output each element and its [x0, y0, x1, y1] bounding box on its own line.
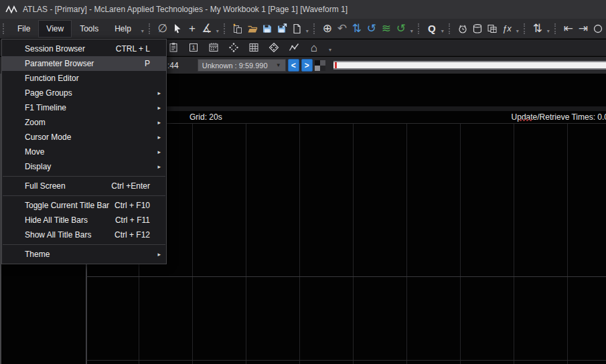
updown-white-icon[interactable]: ⇅ [530, 21, 545, 36]
submenu-arrow-icon: ▸ [157, 163, 161, 170]
revert-green-icon[interactable]: ↺ [394, 21, 408, 36]
menu-item-page-groups[interactable]: Page Groups▸ [2, 86, 166, 100]
cursor-tick-mark [530, 119, 532, 121]
menu-item-label: Cursor Mode [25, 132, 71, 142]
grid-horizontal-line [86, 276, 606, 277]
clipped-circle-icon[interactable] [591, 21, 605, 36]
toolbar-overflow-icon[interactable]: ▾ [139, 23, 146, 34]
menu-item-move[interactable]: Move▸ [2, 145, 166, 159]
menubar-item-file[interactable]: File [9, 20, 38, 37]
menu-item-toggle-current-title-bar[interactable]: Toggle Current Title BarCtrl + F10 [2, 198, 166, 213]
timeline-cursor[interactable] [335, 62, 337, 68]
toolbar-overflow-icon[interactable]: ▾ [439, 23, 446, 34]
refresh-blue-icon[interactable]: ↺ [364, 21, 379, 36]
atlas-window: ATLAS - [Primary] - McLaren Applied Tech… [0, 0, 606, 364]
hide-cursor-icon[interactable]: ∅ [155, 21, 170, 36]
jump-end-icon[interactable]: ⇥ [576, 21, 591, 36]
menu-item-label: Parameter Browser [25, 59, 94, 68]
menu-item-zoom[interactable]: Zoom▸ [2, 115, 166, 130]
new-document-icon[interactable] [289, 21, 304, 36]
toolbar-grip-handle[interactable] [224, 23, 226, 34]
function-fx-icon[interactable]: ƒx [500, 21, 514, 36]
menu-item-parameter-browser[interactable]: Parameter BrowserP [2, 56, 166, 71]
toolbar-grip-handle[interactable] [149, 23, 151, 34]
session-range-label: Unknown : 9:59.990 [202, 62, 268, 70]
menu-item-shortcut: Ctrl + F10 [115, 201, 150, 210]
session-range-select[interactable]: Unknown : 9:59.990 ▼ [198, 59, 286, 72]
toolbar-overflow-icon[interactable]: ▾ [514, 23, 521, 34]
menu-item-show-all-title-bars[interactable]: Show All Title BarsCtrl + F12 [2, 227, 166, 242]
grid-table-icon[interactable] [246, 40, 261, 55]
scatter-points-icon[interactable] [226, 40, 241, 55]
angle-measure-icon[interactable]: ∡ [200, 21, 214, 36]
toolbar-overflow-icon[interactable]: ▾ [327, 42, 333, 53]
save-as-icon[interactable] [275, 21, 289, 36]
menu-item-display[interactable]: Display▸ [2, 159, 166, 174]
menubar-item-help[interactable]: Help [106, 20, 139, 37]
svg-text:1: 1 [192, 44, 195, 51]
toolbar-overflow-icon[interactable]: ▾ [304, 23, 311, 34]
save-icon[interactable] [260, 21, 275, 36]
menu-item-function-editor[interactable]: Function Editor [2, 71, 166, 86]
toolbar-grip-handle[interactable] [418, 23, 421, 34]
window-title: ATLAS - [Primary] - McLaren Applied Tech… [23, 5, 348, 14]
crosshair-icon[interactable]: + [185, 21, 200, 36]
menu-item-label: Function Editor [25, 74, 79, 83]
table-copy-icon[interactable] [485, 21, 500, 36]
quick-search-icon[interactable]: Q [425, 21, 439, 36]
menu-item-label: Move [25, 147, 44, 157]
toolbar-grip-handle[interactable] [524, 23, 526, 34]
alarm-clock-icon[interactable] [455, 21, 470, 36]
session-timeline-bar[interactable] [333, 61, 606, 70]
display-mode-swatch-icon[interactable] [315, 60, 325, 71]
compass-dice-icon[interactable] [267, 40, 281, 55]
menu-item-session-browser[interactable]: Session BrowserCTRL + L [2, 41, 166, 56]
grid-vertical-line [353, 124, 354, 364]
waveform-overlay-icon[interactable]: ≋ [379, 21, 394, 36]
menubar-item-tools[interactable]: Tools [72, 20, 106, 37]
menu-item-cursor-mode[interactable]: Cursor Mode▸ [2, 130, 166, 145]
menu-item-label: Hide All Title Bars [25, 215, 88, 225]
toolbar-grip-handle[interactable] [449, 23, 451, 34]
previous-lap-button[interactable]: < [288, 59, 299, 72]
pointer-cursor-icon[interactable] [170, 21, 185, 36]
swap-updown-icon[interactable]: ⇅ [350, 21, 364, 36]
grid-vertical-line [567, 124, 568, 364]
menu-item-label: Page Groups [25, 88, 72, 98]
submenu-arrow-icon: ▸ [157, 134, 161, 141]
menu-item-theme[interactable]: Theme▸ [2, 247, 166, 262]
cursor-tick-mark [523, 119, 525, 121]
undo-icon[interactable]: ↶ [335, 21, 350, 36]
session-time-text: :44 [167, 61, 179, 70]
grid-vertical-line [246, 124, 246, 364]
page-number-icon[interactable]: 1 [186, 40, 201, 55]
menu-separator [3, 195, 165, 196]
calendar-icon[interactable] [206, 40, 221, 55]
next-lap-button[interactable]: > [301, 59, 313, 72]
toolbar-grip-handle[interactable] [313, 23, 316, 34]
toolbar-grip-handle[interactable] [554, 23, 557, 34]
atlas-logo-icon [5, 3, 17, 15]
menu-item-full-screen[interactable]: Full ScreenCtrl +Enter [2, 179, 166, 193]
line-chart-icon[interactable] [287, 40, 301, 55]
menu-separator [3, 244, 165, 245]
menu-item-label: F1 Timeline [25, 103, 66, 112]
toolbar-overflow-icon[interactable]: ▾ [545, 23, 552, 34]
jump-start-icon[interactable]: ⇤ [561, 21, 576, 36]
clipboard-icon[interactable] [166, 40, 181, 55]
toolbar-overflow-icon[interactable]: ▾ [214, 23, 221, 34]
toolbar-grip-handle[interactable] [3, 23, 5, 34]
menu-item-f1-timeline[interactable]: F1 Timeline▸ [2, 100, 166, 115]
database-icon[interactable] [470, 21, 485, 36]
open-folder-icon[interactable] [245, 21, 260, 36]
paste-special-icon[interactable] [230, 21, 245, 36]
home-icon[interactable]: ⌂ [307, 40, 321, 55]
dropdown-arrow-icon: ▼ [276, 62, 281, 68]
menubar-item-view[interactable]: View [38, 20, 72, 37]
submenu-arrow-icon: ▸ [157, 119, 161, 126]
grid-vertical-line [514, 124, 514, 364]
menu-item-hide-all-title-bars[interactable]: Hide All Title BarsCtrl + F11 [2, 213, 166, 227]
toolbar-overflow-icon[interactable]: ▾ [408, 23, 415, 34]
cursor-tick-mark [520, 119, 522, 121]
zoom-add-icon[interactable]: ⊕ [320, 21, 335, 36]
